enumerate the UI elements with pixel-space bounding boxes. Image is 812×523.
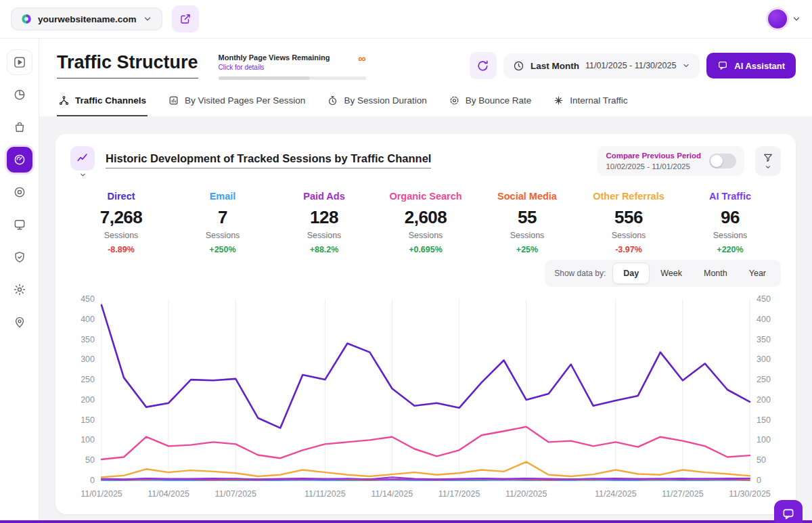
- chat-icon: [717, 60, 728, 71]
- chevron-down-icon: [143, 14, 152, 24]
- granularity-year[interactable]: Year: [738, 263, 777, 284]
- infinity-icon: ∞: [358, 53, 365, 64]
- sidebar-item-traffic-gauge[interactable]: [7, 147, 32, 173]
- stat-social-media[interactable]: Social Media55Sessions+25%: [476, 191, 578, 254]
- sidebar-item-security-shield[interactable]: [7, 244, 32, 270]
- content-area: Historic Development of Tracked Sessions…: [39, 116, 812, 523]
- open-external-button[interactable]: [172, 5, 199, 32]
- ai-assistant-button[interactable]: AI Assistant: [706, 53, 796, 78]
- stat-unit: Sessions: [273, 231, 375, 240]
- svg-text:350: 350: [757, 335, 771, 344]
- settings-gear-icon: [13, 283, 26, 296]
- stat-other-referrals[interactable]: Other Referrals556Sessions-3.97%: [578, 191, 679, 254]
- sidebar-item-pie-chart[interactable]: [7, 82, 32, 108]
- quota-details-link[interactable]: Click for details: [219, 64, 330, 71]
- svg-text:150: 150: [81, 415, 95, 425]
- granularity-day[interactable]: Day: [612, 263, 650, 284]
- tab-label: By Visited Pages Per Session: [185, 95, 305, 106]
- stat-value: 128: [273, 207, 375, 228]
- stopwatch-icon: [327, 95, 338, 106]
- stat-unit: Sessions: [476, 231, 578, 240]
- stat-unit: Sessions: [679, 231, 781, 240]
- stat-channel-name: Social Media: [476, 191, 578, 202]
- refresh-button[interactable]: [470, 52, 497, 79]
- funnel-icon: [763, 152, 773, 163]
- svg-text:11/20/2025: 11/20/2025: [505, 489, 547, 499]
- card-icon-dropdown[interactable]: [70, 146, 95, 179]
- network-icon: [58, 95, 70, 106]
- tab-label: By Session Duration: [344, 95, 426, 106]
- sidebar-item-settings-gear[interactable]: [7, 277, 32, 302]
- stat-paid-ads[interactable]: Paid Ads128Sessions+88.2%: [273, 191, 375, 254]
- stat-unit: Sessions: [172, 231, 273, 240]
- tab-traffic-channels[interactable]: Traffic Channels: [57, 92, 148, 116]
- stat-value: 7,268: [70, 207, 172, 228]
- svg-text:350: 350: [81, 335, 95, 344]
- granularity-month[interactable]: Month: [693, 263, 738, 284]
- filter-button[interactable]: [755, 146, 781, 176]
- quota-progress-bar: [219, 76, 366, 80]
- sidebar-item-location-pin[interactable]: [7, 309, 32, 335]
- ai-assistant-label: AI Assistant: [734, 61, 785, 71]
- compare-range: 10/02/2025 - 11/01/2025: [606, 162, 701, 170]
- start-play-icon: [13, 55, 26, 69]
- svg-text:300: 300: [81, 355, 95, 364]
- stat-change: +0.695%: [375, 245, 476, 254]
- tab-by-session-duration[interactable]: By Session Duration: [325, 92, 428, 116]
- site-name: yourwebsitename.com: [38, 14, 137, 24]
- svg-text:450: 450: [757, 294, 771, 304]
- sidebar-item-start-play[interactable]: [7, 49, 32, 75]
- chat-fab[interactable]: [774, 500, 803, 523]
- svg-text:450: 450: [81, 294, 95, 304]
- stat-value: 2,608: [375, 207, 476, 228]
- stat-channel-name: AI Traffic: [679, 191, 781, 202]
- traffic-gauge-icon: [13, 153, 26, 166]
- monitor-icon: [13, 218, 26, 231]
- stat-ai-traffic[interactable]: AI Traffic96Sessions+220%: [679, 191, 781, 254]
- tab-label: Internal Traffic: [570, 95, 627, 106]
- user-menu[interactable]: [766, 7, 801, 30]
- chart-container: 0050501001001501502002002502503003003503…: [70, 290, 781, 507]
- stat-channel-name: Paid Ads: [273, 191, 375, 202]
- stat-channel-name: Other Referrals: [578, 191, 679, 202]
- show-data-by: Show data by: DayWeekMonthYear: [545, 260, 781, 287]
- stat-direct[interactable]: Direct7,268Sessions-8.89%: [70, 191, 172, 254]
- pages-bars-icon: [168, 95, 179, 106]
- svg-text:11/24/2025: 11/24/2025: [595, 489, 637, 499]
- svg-text:150: 150: [757, 415, 771, 425]
- stat-email[interactable]: Email7Sessions+250%: [172, 191, 273, 254]
- compare-previous-period: Compare Previous Period 10/02/2025 - 11/…: [597, 146, 744, 176]
- date-range-picker[interactable]: Last Month 11/01/2025 - 11/30/2025: [503, 53, 700, 78]
- sessions-chart[interactable]: 0050501001001501502002002502503003003503…: [70, 290, 781, 505]
- stat-value: 7: [172, 207, 273, 228]
- tabs-row: Traffic ChannelsBy Visited Pages Per Ses…: [57, 92, 796, 116]
- site-selector[interactable]: yourwebsitename.com: [11, 7, 162, 30]
- svg-text:11/11/2025: 11/11/2025: [304, 489, 346, 499]
- sidebar-item-shopping-bag[interactable]: [7, 114, 32, 140]
- stat-unit: Sessions: [578, 231, 679, 240]
- chevron-down-icon: [682, 62, 690, 70]
- tab-internal-traffic[interactable]: Internal Traffic: [551, 92, 629, 116]
- compare-toggle[interactable]: [709, 154, 736, 168]
- shopping-bag-icon: [13, 120, 26, 134]
- granularity-week[interactable]: Week: [650, 263, 693, 284]
- sidebar-item-goals-target[interactable]: [7, 179, 32, 205]
- tab-by-visited-pages-per-session[interactable]: By Visited Pages Per Session: [166, 92, 307, 116]
- globe-icon: [21, 14, 32, 24]
- svg-text:11/04/2025: 11/04/2025: [148, 489, 189, 499]
- svg-text:400: 400: [81, 315, 95, 324]
- svg-text:11/01/2025: 11/01/2025: [81, 489, 122, 499]
- sidebar-item-monitor[interactable]: [7, 212, 32, 237]
- stat-organic-search[interactable]: Organic Search2,608Sessions+0.695%: [375, 191, 476, 254]
- stat-value: 556: [578, 207, 679, 228]
- traffic-card: Historic Development of Tracked Sessions…: [55, 134, 796, 514]
- stat-change: +25%: [476, 245, 578, 254]
- bottom-accent-bar: [0, 520, 812, 523]
- sidebar: [0, 39, 39, 523]
- svg-text:11/17/2025: 11/17/2025: [438, 489, 480, 499]
- compare-label: Compare Previous Period: [606, 152, 701, 160]
- stats-row: Direct7,268Sessions-8.89%Email7Sessions+…: [70, 191, 781, 254]
- stat-channel-name: Organic Search: [375, 191, 476, 202]
- quota-widget[interactable]: Monthly Page Views Remaining Click for d…: [219, 53, 366, 80]
- tab-by-bounce-rate[interactable]: By Bounce Rate: [447, 92, 533, 116]
